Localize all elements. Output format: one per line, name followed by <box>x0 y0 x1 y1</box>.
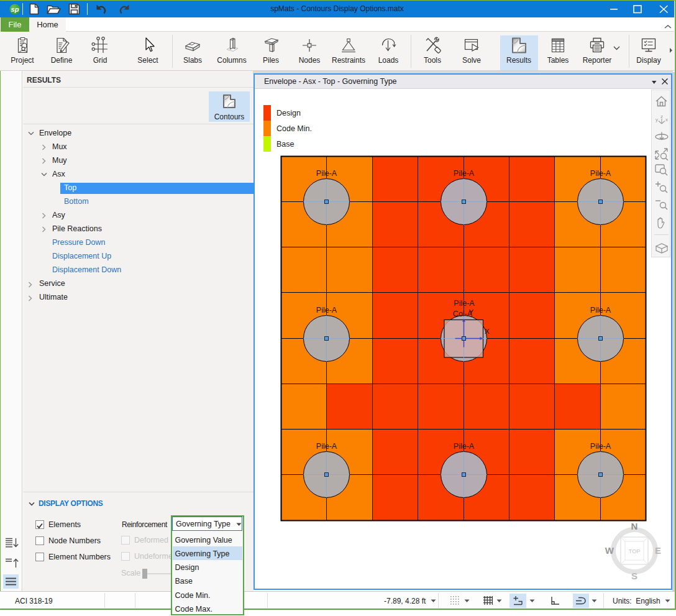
svg-text:Pile-A: Pile-A <box>316 306 337 315</box>
svg-text:Pile-A: Pile-A <box>454 299 475 308</box>
svg-text:S: S <box>631 571 637 581</box>
svg-text:Pile-A: Pile-A <box>590 306 611 315</box>
svg-text:Code Min.: Code Min. <box>276 124 312 133</box>
svg-text:X: X <box>485 328 490 335</box>
svg-text:TOP: TOP <box>629 548 640 554</box>
svg-text:Pile-A: Pile-A <box>590 442 611 451</box>
svg-text:Col-A: Col-A <box>453 310 473 318</box>
svg-text:N: N <box>631 521 638 531</box>
svg-text:W: W <box>605 545 614 556</box>
svg-text:Pile-A: Pile-A <box>454 442 475 451</box>
svg-text:Design: Design <box>276 109 301 117</box>
svg-text:Pile-A: Pile-A <box>454 169 475 178</box>
svg-text:Base: Base <box>276 140 295 149</box>
svg-text:Pile-A: Pile-A <box>590 169 611 178</box>
svg-text:Pile-A: Pile-A <box>316 169 337 178</box>
svg-text:E: E <box>655 545 661 556</box>
svg-text:Pile-A: Pile-A <box>316 442 337 451</box>
